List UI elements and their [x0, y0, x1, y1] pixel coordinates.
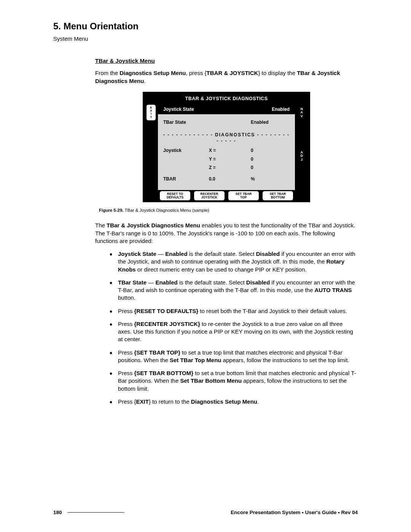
text: Press [118, 349, 134, 356]
text: Press [118, 321, 134, 327]
footer-text: Encore Presentation System • User's Guid… [131, 510, 358, 515]
cell-value: 0 [251, 156, 274, 162]
text-bold: Diagnostics Setup Menu [119, 70, 186, 76]
cell-value: Enabled [251, 119, 274, 125]
breadcrumb: System Menu [53, 35, 358, 42]
cell-label: TBar State [163, 119, 209, 125]
softkey-row: RESET TO DEFAULTS RECENTER JOYSTICK SET … [158, 191, 295, 201]
caption-text: TBar & Joystick Diagnostics Menu (sample… [124, 208, 209, 212]
list-item: Press {EXIT} to return to the Diagnostic… [112, 398, 358, 411]
content-body: TBar & Joystick Menu From the Diagnostic… [95, 57, 358, 411]
cell-value: 0 [251, 165, 274, 171]
section-heading: TBar & Joystick Menu [95, 57, 358, 65]
text: button. [118, 294, 135, 301]
page-footer: 180 Encore Presentation System • User's … [53, 510, 358, 515]
text: From the [95, 70, 119, 76]
body-paragraph: The TBar & Joystick Diagnostics Menu ena… [95, 222, 358, 245]
text-bold: Set TBar Bottom Menu [180, 377, 242, 384]
text-bold: TBar State [118, 279, 147, 286]
text: Press { [118, 398, 136, 405]
page-number: 180 [53, 510, 62, 515]
text-bold: Enabled [155, 279, 177, 286]
text: } to return to the [149, 398, 191, 405]
text: to reset both the T-Bar and Joystick to … [198, 308, 347, 314]
figure-caption: Figure 5-29. TBar & Joystick Diagnostics… [99, 208, 358, 214]
text-bold: Disabled [256, 251, 280, 257]
text: Press [118, 308, 134, 314]
cell-mid: 0.0 [209, 176, 251, 182]
list-item: Press {SET TBAR BOTTOM} to set a true bo… [112, 369, 358, 398]
reset-defaults-button[interactable]: RESET TO DEFAULTS [159, 191, 191, 201]
chapter-title: 5. Menu Orientation [53, 21, 358, 32]
cell-value: 0 [251, 147, 274, 153]
intro-paragraph: From the Diagnostics Setup Menu, press {… [95, 69, 358, 85]
figure-panel: TBAR & JOYSTICK DIAGNOSTICS E X I T Joys… [143, 92, 310, 202]
row-tbarstate[interactable]: TBar State Enabled [162, 118, 290, 126]
text-bold: EXIT [136, 398, 149, 405]
text: . [144, 78, 145, 84]
cell-mid: Y = [209, 156, 251, 162]
list-item: Joystick State — Enabled is the default … [112, 250, 358, 279]
text: — [147, 279, 155, 286]
text: is the default state. Select [188, 251, 256, 257]
list-item: TBar State — Enabled is the default stat… [112, 279, 358, 307]
page: 5. Menu Orientation System Menu TBar & J… [0, 0, 411, 532]
text-bold: Enabled [165, 251, 187, 257]
row-joystick-x: Joystick X = 0 [162, 146, 290, 155]
text-bold: {RECENTER JOYSTICK} [134, 321, 200, 327]
list-item: Press {RECENTER JOYSTICK} to re-center t… [112, 320, 358, 349]
text-bold: TBar & Joystick Diagnostics Menu [107, 222, 200, 228]
text-bold: {SET TBAR BOTTOM} [134, 370, 194, 376]
list-item: Press {SET TBAR TOP} to set a true top l… [112, 349, 358, 370]
caption-bold: Figure 5-29. [99, 208, 124, 212]
adj-label: A D J [301, 149, 303, 163]
text-bold: TBAR & JOYSTICK [207, 70, 258, 76]
text-bold: Set TBar Top Menu [170, 357, 221, 363]
exit-button[interactable]: E X I T [146, 104, 156, 121]
text-bold: {SET TBAR TOP} [134, 349, 180, 356]
footer-rule [67, 512, 124, 513]
row-joystick-y: Y = 0 [162, 155, 290, 163]
text-bold: {RESET TO DEFAULTS} [134, 308, 199, 314]
panel-title: TBAR & JOYSTICK DIAGNOSTICS [144, 93, 309, 104]
text-bold: Disabled [246, 279, 270, 286]
cell-mid: Z = [209, 165, 251, 171]
cell-value: % [251, 176, 274, 182]
cell-label [163, 156, 209, 162]
gray-area: TBar State Enabled - - - - - - - - - - -… [158, 114, 295, 190]
text-bold: Diagnostics Setup Menu [191, 398, 257, 405]
panel-outer: TBAR & JOYSTICK DIAGNOSTICS E X I T Joys… [143, 92, 310, 202]
right-side-col: N A V A D J [295, 104, 309, 201]
diagnostics-divider: - - - - - - - - - - - - DIAGNOSTICS - - … [162, 132, 290, 144]
list-item: Press {RESET TO DEFAULTS} to reset both … [112, 307, 358, 320]
text-bold: Joystick State [118, 251, 156, 257]
text: } to display the [258, 70, 297, 76]
text: Press [118, 370, 134, 376]
text: or direct numeric entry can be used to c… [136, 266, 307, 273]
text: appears, follow the instructions to set … [221, 357, 349, 363]
cell-label: TBAR [163, 176, 209, 182]
text: is the default state. Select [178, 279, 246, 286]
set-tbar-bottom-button[interactable]: SET TBAR BOTTOM [262, 191, 293, 201]
text: . [257, 398, 259, 405]
sel-label: Joystick State [163, 106, 194, 112]
text: The [95, 222, 107, 228]
text-bold: AUTO TRANS [314, 287, 352, 293]
center-col: Joystick State Enabled TBar State Enable… [158, 104, 295, 201]
nav-label: N A V [301, 106, 303, 120]
panel-body: E X I T Joystick State Enabled TBar Stat… [144, 104, 309, 201]
set-tbar-top-button[interactable]: SET TBAR TOP [228, 191, 259, 201]
left-side-col: E X I T [144, 104, 158, 201]
sel-value: Enabled [272, 106, 290, 112]
cell-mid: X = [209, 147, 251, 153]
text: , press { [186, 70, 206, 76]
bullet-list: Joystick State — Enabled is the default … [95, 250, 358, 411]
recenter-joystick-button[interactable]: RECENTER JOYSTICK [194, 191, 225, 201]
cell-mid [209, 119, 251, 125]
cell-label: Joystick [163, 147, 209, 153]
selected-row[interactable]: Joystick State Enabled [158, 104, 295, 114]
row-joystick-z: Z = 0 [162, 163, 290, 172]
row-tbar: TBAR 0.0 % [162, 175, 290, 183]
text: — [156, 251, 165, 257]
cell-label [163, 165, 209, 171]
